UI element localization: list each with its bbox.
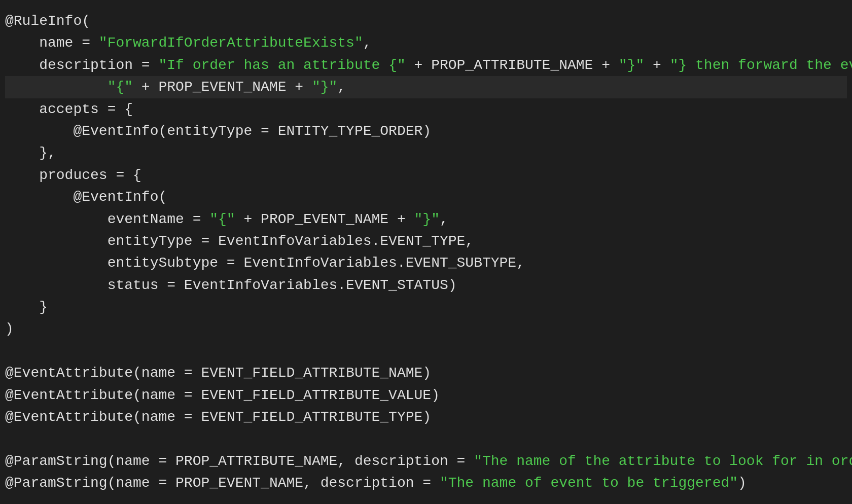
code-line: entitySubtype = EventInfoVariables.EVENT… (5, 252, 847, 274)
code-token: "}" (312, 79, 337, 95)
code-line: produces = { (5, 164, 847, 186)
code-token: @ParamString(name = PROP_ATTRIBUTE_NAME,… (5, 453, 474, 469)
code-token: @EventAttribute(name = EVENT_FIELD_ATTRI… (5, 409, 431, 425)
code-token: ) (5, 321, 14, 337)
code-line (5, 494, 847, 504)
code-token: "}" (414, 211, 440, 227)
code-token: , (363, 35, 372, 51)
code-token: eventName = (5, 211, 209, 227)
code-line: eventName = "{" + PROP_EVENT_NAME + "}", (5, 208, 847, 230)
code-line: @EventInfo( (5, 186, 847, 208)
code-token: "The name of event to be triggered" (440, 475, 738, 491)
code-token: @RuleInfo( (5, 13, 90, 29)
code-line: }, (5, 142, 847, 164)
code-line: accepts = { (5, 98, 847, 120)
code-line: ) (5, 318, 847, 340)
code-line (5, 428, 847, 450)
code-token: ) (738, 475, 747, 491)
code-line: @EventAttribute(name = EVENT_FIELD_ATTRI… (5, 406, 847, 428)
code-token: }, (5, 145, 56, 161)
code-view: @RuleInfo( name = "ForwardIfOrderAttribu… (0, 0, 852, 504)
code-line: status = EventInfoVariables.EVENT_STATUS… (5, 274, 847, 296)
code-token: "{" (108, 79, 133, 95)
code-token: description = (5, 57, 158, 73)
code-token: "}" (619, 57, 644, 73)
code-token: } (5, 299, 48, 315)
code-line: @EventAttribute(name = EVENT_FIELD_ATTRI… (5, 362, 847, 384)
code-token: + (644, 57, 669, 73)
code-token: @ParamString(name = PROP_EVENT_NAME, des… (5, 475, 440, 491)
code-token: @EventInfo( (5, 189, 167, 205)
code-token: entitySubtype = EventInfoVariables.EVENT… (5, 255, 525, 271)
code-line: @RuleInfo( (5, 10, 847, 32)
code-line: @EventInfo(entityType = ENTITY_TYPE_ORDE… (5, 120, 847, 142)
code-token: @EventAttribute(name = EVENT_FIELD_ATTRI… (5, 387, 440, 403)
code-token: name = (5, 35, 99, 51)
code-line: name = "ForwardIfOrderAttributeExists", (5, 32, 847, 54)
code-line: "{" + PROP_EVENT_NAME + "}", (5, 76, 847, 98)
code-line: @EventAttribute(name = EVENT_FIELD_ATTRI… (5, 384, 847, 406)
code-token: , (337, 79, 346, 95)
code-line: @ParamString(name = PROP_EVENT_NAME, des… (5, 472, 847, 494)
code-token: , (440, 211, 448, 227)
code-line: @ParamString(name = PROP_ATTRIBUTE_NAME,… (5, 450, 847, 472)
code-token: "If order has an attribute {" (158, 57, 405, 73)
code-token: @EventAttribute(name = EVENT_FIELD_ATTRI… (5, 365, 431, 381)
code-token: "{" (209, 211, 235, 227)
code-line (5, 340, 847, 362)
code-token: "The name of the attribute to look for i… (474, 453, 852, 469)
code-line: entityType = EventInfoVariables.EVENT_TY… (5, 230, 847, 252)
code-token: accepts = { (5, 101, 133, 117)
code-token: + PROP_ATTRIBUTE_NAME + (406, 57, 619, 73)
code-line: } (5, 296, 847, 318)
code-token: + PROP_EVENT_NAME + (133, 79, 312, 95)
code-token: + PROP_EVENT_NAME + (235, 211, 414, 227)
code-token: "} then forward the event with name " (670, 57, 852, 73)
code-token: @EventInfo(entityType = ENTITY_TYPE_ORDE… (5, 123, 431, 139)
code-token: status = EventInfoVariables.EVENT_STATUS… (5, 277, 457, 293)
code-token (5, 79, 108, 95)
code-token: "ForwardIfOrderAttributeExists" (99, 35, 363, 51)
code-token: produces = { (5, 167, 141, 183)
code-line: description = "If order has an attribute… (5, 54, 847, 76)
code-token: entityType = EventInfoVariables.EVENT_TY… (5, 233, 474, 249)
